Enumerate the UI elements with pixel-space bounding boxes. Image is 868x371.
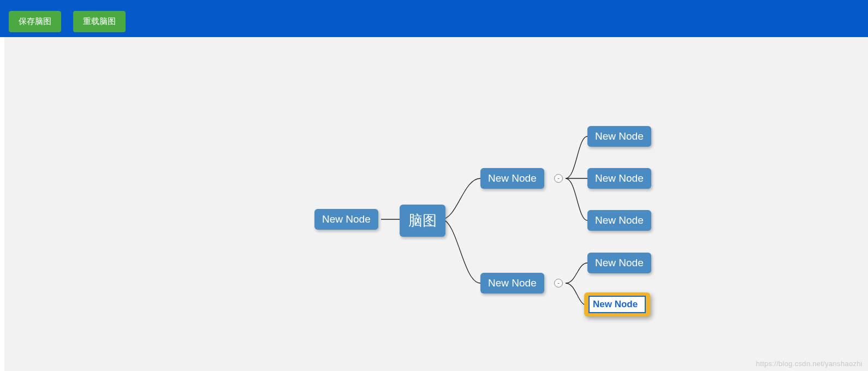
node-label: New Node (488, 172, 537, 184)
node-label: New Node (488, 277, 537, 289)
mindmap-node-editing[interactable] (584, 292, 650, 316)
node-label: 脑图 (408, 212, 437, 229)
node-label: New Node (595, 130, 644, 142)
minus-icon: - (557, 279, 560, 286)
mindmap-root-node[interactable]: 脑图 (400, 205, 445, 237)
collapse-toggle-branch-1[interactable]: - (554, 174, 563, 183)
mindmap-node-leaf[interactable]: New Node (587, 126, 651, 147)
mindmap-node-branch-1[interactable]: New Node (480, 168, 544, 189)
save-button[interactable]: 保存脑图 (9, 11, 61, 32)
reload-button[interactable]: 重载脑图 (73, 11, 126, 32)
connector-lines (4, 37, 868, 371)
mindmap-node-branch-2[interactable]: New Node (480, 273, 544, 294)
node-label: New Node (595, 172, 644, 184)
mindmap-node-leaf[interactable]: New Node (587, 168, 651, 189)
toolbar: 保存脑图 重载脑图 (0, 5, 868, 37)
mindmap-canvas[interactable]: New Node 脑图 New Node - New Node New Node… (0, 37, 868, 371)
collapse-toggle-branch-2[interactable]: - (554, 279, 563, 288)
node-label: New Node (595, 214, 644, 226)
mindmap-node-leaf[interactable]: New Node (587, 210, 651, 231)
minus-icon: - (557, 175, 560, 181)
top-accent-bar (0, 0, 868, 5)
node-label: New Node (595, 257, 644, 268)
mindmap-node-leaf[interactable]: New Node (587, 253, 651, 273)
node-edit-input[interactable] (588, 296, 646, 313)
mindmap-node-left[interactable]: New Node (314, 209, 378, 230)
node-label: New Node (322, 213, 371, 225)
watermark-text: https://blog.csdn.net/yanshaozhi (756, 360, 863, 368)
